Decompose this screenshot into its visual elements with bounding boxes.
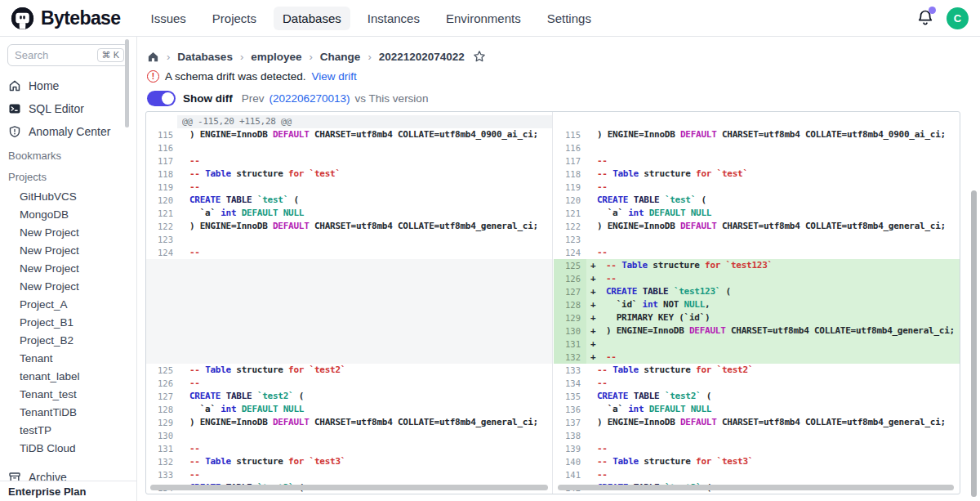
code-line: CREATE TABLE `test2` ( [189,390,552,403]
breadcrumb-change[interactable]: Change [320,51,361,63]
horizontal-scrollbar-left[interactable] [150,485,548,490]
code-line [189,141,552,154]
diff-row-119: 119-- [146,181,552,194]
diff-row-124: 124-- [146,246,552,259]
sidebar-item-home[interactable]: Home [0,74,136,97]
diff-row [146,311,552,324]
line-number: 120 [146,194,179,207]
projects-section-label[interactable]: Projects [0,166,136,187]
search-shortcut-badge: ⌘ K [97,48,124,62]
code-line: -- [189,442,552,455]
sidebar-scrollbar[interactable] [125,39,129,127]
notification-dot [929,7,936,14]
line-number: 129 [554,311,586,324]
sidebar-item-anomaly-center[interactable]: Anomaly Center [0,120,136,143]
code-line [189,429,552,442]
project-item-mongodb[interactable]: MongoDB [0,205,136,223]
sidebar-item-label: Anomaly Center [29,125,110,138]
diff-row-138: 138 [554,429,960,442]
line-number: 131 [554,338,586,351]
page-vertical-scrollbar[interactable] [971,190,977,497]
line-number: 140 [554,455,586,468]
bookmarks-section-label[interactable]: Bookmarks [0,145,136,166]
breadcrumb-databases[interactable]: Databases [177,51,233,63]
code-line: CREATE TABLE `test2` ( [597,390,960,403]
diff-row-123: 123 [146,233,552,246]
diff-row [146,298,552,311]
code-line: ) ENGINE=InnoDB DEFAULT CHARSET=utf8mb4 … [597,220,960,233]
code-line [189,233,552,246]
project-item-project-b1[interactable]: Project_B1 [0,313,136,331]
diff-row-141: 141-- [554,468,960,481]
line-number: 116 [146,141,179,154]
line-number: 115 [146,128,179,141]
horizontal-scrollbar-right[interactable] [558,485,954,490]
project-item-project-a[interactable]: Project_A [0,295,136,313]
line-number: 125 [554,259,586,272]
nav-item-settings[interactable]: Settings [538,7,600,30]
project-item-tenant[interactable]: Tenant [0,349,136,367]
code-line: -- Table structure for `test123` [606,259,960,272]
prev-version-link[interactable]: (202206270013) [270,92,350,105]
project-item-tenanttidb[interactable]: TenantTiDB [0,403,136,421]
project-item-new-project[interactable]: New Project [0,241,136,259]
show-diff-toggle[interactable] [147,91,176,106]
breadcrumb-separator: › [310,51,313,63]
line-number [146,272,179,285]
line-number: 133 [554,364,586,377]
line-number [146,351,179,364]
line-number: 128 [554,298,586,311]
diff-row [146,285,552,298]
breadcrumb-employee[interactable]: employee [251,51,301,63]
shield-icon [8,125,21,138]
added-line-marker: + [590,298,596,311]
code-line [189,324,552,338]
notifications-button[interactable] [917,9,933,27]
vs-label: vs This version [355,92,429,105]
view-drift-link[interactable]: View drift [312,70,357,83]
code-line [597,233,960,246]
project-item-project-b2[interactable]: Project_B2 [0,331,136,349]
line-number: 135 [554,390,586,403]
diff-row-128: 128 `a` int DEFAULT NULL [146,403,552,416]
code-line: -- [606,272,960,285]
code-line: `id` int NOT NULL, [606,298,960,311]
breadcrumb-version[interactable]: 20221202074022 [379,51,465,63]
home-breadcrumb-icon[interactable] [147,51,159,63]
project-item-tenant-test[interactable]: Tenant_test [0,385,136,403]
brand-logo[interactable]: Bytebase [10,6,120,31]
plan-badge: Enterprise Plan [0,481,136,501]
avatar[interactable]: C [947,7,969,29]
star-icon[interactable] [473,50,486,63]
line-number: 133 [146,468,179,481]
diff-row-122: 122) ENGINE=InnoDB DEFAULT CHARSET=utf8m… [146,220,552,233]
diff-row [146,351,552,364]
search-input[interactable]: Search ⌘ K [7,44,129,66]
diff-row-132: 132-- Table structure for `test3` [146,455,552,468]
diff-row-122: 122) ENGINE=InnoDB DEFAULT CHARSET=utf8m… [554,220,960,233]
sidebar: Search ⌘ K Home SQL Editor Anomaly Cente… [0,37,137,501]
diff-row-139: 139-- [554,442,960,455]
alert-circle-icon: ! [147,70,159,83]
nav-item-issues[interactable]: Issues [141,7,194,30]
nav-item-environments[interactable]: Environments [437,7,530,30]
code-line: ) ENGINE=InnoDB DEFAULT CHARSET=utf8mb4 … [597,416,960,429]
sidebar-item-sql-editor[interactable]: SQL Editor [0,97,136,120]
line-number: 118 [146,168,179,181]
code-line: -- [189,154,552,168]
diff-row-127: 127+CREATE TABLE `test123` ( [554,285,960,298]
code-line [189,298,552,311]
project-item-new-project[interactable]: New Project [0,223,136,241]
project-item-new-project[interactable]: New Project [0,259,136,277]
project-item-githubvcs[interactable]: GitHubVCS [0,187,136,205]
project-item-new-project[interactable]: New Project [0,277,136,295]
nav-item-databases[interactable]: Databases [274,7,350,30]
project-item-tidb-cloud[interactable]: TiDB Cloud [0,439,136,457]
nav-item-projects[interactable]: Projects [203,7,265,30]
project-item-testtp[interactable]: testTP [0,421,136,439]
nav-item-instances[interactable]: Instances [359,7,429,30]
project-item-tenant-label[interactable]: tenant_label [0,367,136,385]
code-line [189,285,552,298]
search-placeholder: Search [15,49,94,61]
diff-pane-previous: @@ -115,20 +115,28 @@115) ENGINE=InnoDB … [146,112,553,494]
